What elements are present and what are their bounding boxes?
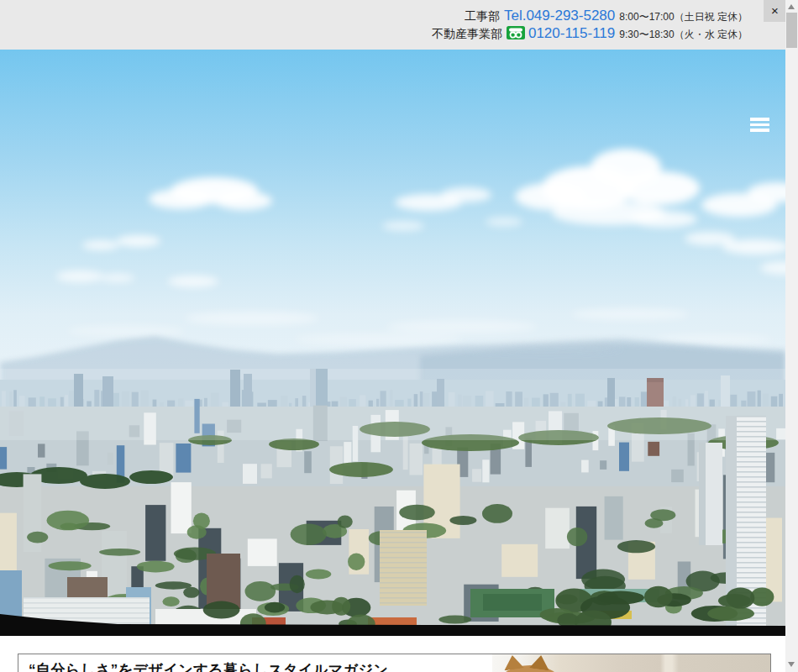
realestate-dept-label: 不動産事業部 [432, 27, 502, 40]
scrollbar[interactable] [785, 0, 798, 672]
contact-line-realestate: 不動産事業部0120-115-1199:30〜18:30（火・水 定休） [432, 24, 748, 42]
page: 工事部Tel.049-293-52808:00〜17:00（土日祝 定休） 不動… [0, 0, 785, 672]
realestate-phone-link[interactable]: 0120-115-119 [528, 25, 615, 41]
scrollbar-up-arrow-icon[interactable] [788, 4, 795, 9]
hamburger-menu-icon[interactable] [750, 118, 769, 132]
contact-line-construction: 工事部Tel.049-293-52808:00〜17:00（土日祝 定休） [432, 7, 748, 24]
top-contact-bar: 工事部Tel.049-293-52808:00〜17:00（土日祝 定休） 不動… [0, 0, 785, 50]
contact-info: 工事部Tel.049-293-52808:00〜17:00（土日祝 定休） 不動… [432, 7, 748, 42]
city-skyline-graphic [0, 50, 785, 636]
construction-hours: 8:00〜17:00（土日祝 定休） [619, 11, 748, 23]
magazine-banner-link[interactable]: “自分らしさ”をデザインする暮らしスタイルマガジン [18, 654, 771, 672]
cat-ear-left [502, 654, 524, 670]
hero-image [0, 50, 785, 636]
freedial-icon [507, 26, 525, 44]
banner-photo [492, 654, 770, 672]
realestate-hours: 9:30〜18:30（火・水 定休） [619, 29, 748, 40]
scrollbar-down-arrow-icon[interactable] [788, 662, 795, 667]
close-icon[interactable]: × [764, 0, 786, 22]
magazine-banner-title: “自分らしさ”をデザインする暮らしスタイルマガジン [29, 660, 388, 672]
construction-dept-label: 工事部 [465, 9, 500, 23]
scrollbar-thumb[interactable] [786, 13, 797, 48]
construction-phone-link[interactable]: Tel.049-293-5280 [504, 8, 615, 24]
